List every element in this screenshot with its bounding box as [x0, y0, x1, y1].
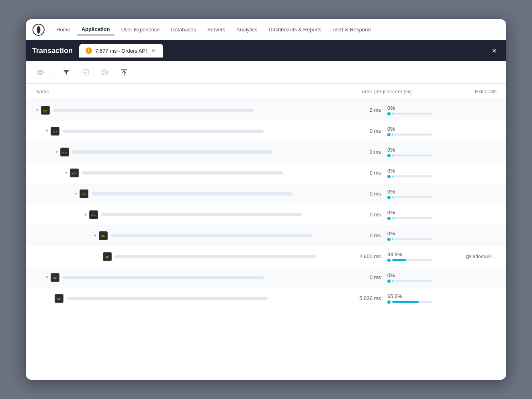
name-bar-9: [67, 297, 268, 300]
percent-bar-bg-3: [392, 175, 432, 177]
transaction-tab[interactable]: ! 7,677 ms - Orders API ×: [79, 44, 163, 58]
warning-icon: !: [86, 47, 92, 54]
percent-bar-bg-5: [392, 217, 432, 219]
percent-value-9: 65.6%: [387, 293, 440, 299]
expand-arrow-5[interactable]: ▼: [84, 212, 88, 217]
percent-dot-0: [387, 112, 391, 115]
expand-arrow-1[interactable]: ▼: [45, 129, 49, 133]
history-button[interactable]: [97, 64, 113, 80]
percent-bar-fill-2: [392, 154, 393, 156]
svg-text:<>: <>: [62, 150, 67, 154]
time-cell-4: 0 ms: [328, 191, 384, 197]
percent-bar-bg-0: [392, 113, 432, 115]
time-cell-2: 0 ms: [328, 149, 384, 155]
time-cell-9: 5,036 ms: [328, 295, 384, 301]
percent-bar-bg-7: [392, 259, 432, 261]
nav-items: Home Application User Experience Databas…: [51, 24, 376, 35]
percent-cell-8: 0%: [384, 272, 440, 283]
svg-rect-5: [121, 69, 127, 70]
name-cell-2: ▼ <>: [35, 148, 328, 156]
percent-bar-fill-5: [392, 217, 393, 219]
percent-bar-bg-4: [392, 196, 432, 198]
header-percent: Percent (%): [384, 88, 440, 95]
time-cell-0: 2 ms: [328, 107, 384, 113]
nav-home[interactable]: Home: [51, 24, 75, 35]
expand-arrow-4[interactable]: ▼: [74, 191, 78, 196]
nav-analytics[interactable]: Analytics: [232, 24, 262, 35]
table-row: <> 5,036 ms 65.6%: [26, 288, 506, 309]
percent-value-4: 0%: [387, 189, 440, 195]
percent-bar-fill-6: [392, 238, 393, 240]
svg-text:<>: <>: [101, 234, 105, 238]
header-exit: Exit Calls: [440, 88, 497, 95]
tab-bar: ! 7,677 ms - Orders API ×: [79, 44, 284, 58]
percent-value-0: 0%: [387, 105, 440, 111]
percent-dot-1: [387, 133, 391, 136]
name-bar-7: [115, 255, 316, 258]
percent-dot-9: [387, 300, 391, 304]
percent-dot-6: [387, 238, 391, 241]
percent-value-3: 0%: [387, 168, 440, 174]
percent-bar-bg-9: [392, 301, 432, 303]
panel-title: Transaction: [32, 47, 73, 55]
percent-bar-fill-7: [392, 259, 406, 261]
percent-bar-fill-8: [392, 280, 393, 282]
svg-text:<>: <>: [53, 276, 57, 280]
check-button[interactable]: [78, 64, 94, 80]
name-bar-3: [82, 171, 283, 175]
code-icon-3: <>: [70, 169, 79, 177]
code-icon-7: <>: [103, 252, 112, 261]
tab-close-button[interactable]: ×: [150, 47, 157, 54]
tab-label: 7,677 ms - Orders API: [95, 48, 147, 54]
filter-button[interactable]: [58, 64, 74, 80]
svg-rect-3: [83, 70, 88, 75]
nav-alert[interactable]: Alert & Respond: [328, 24, 376, 35]
header-name: Name: [35, 88, 328, 95]
panel-close-button[interactable]: ×: [489, 45, 500, 57]
svg-text:<>: <>: [53, 130, 57, 134]
svg-text:<>: <>: [57, 297, 61, 301]
percent-bar-bg-1: [392, 134, 432, 136]
panel-header: Transaction ! 7,677 ms - Orders API × ×: [26, 40, 506, 61]
nav-user-experience[interactable]: User Experience: [116, 24, 164, 35]
upload-button[interactable]: [116, 64, 132, 80]
percent-dot-3: [387, 175, 391, 178]
name-bar-0: [53, 109, 254, 112]
expand-arrow-6[interactable]: ▼: [93, 233, 97, 238]
svg-text:<>: <>: [91, 213, 96, 217]
table-row: ▼ <> 0 ms 0%: [26, 142, 506, 162]
nav-databases[interactable]: Databases: [166, 24, 201, 35]
name-cell-0: ▼ <>: [35, 106, 328, 115]
toolbar-divider-1: [53, 66, 53, 79]
code-icon-4: <>: [80, 189, 88, 198]
percent-cell-7: 33.9%: [384, 251, 440, 262]
table-row: ▼ <> 0 ms 0%: [26, 267, 506, 288]
expand-arrow-0[interactable]: ▼: [35, 108, 39, 112]
main-content: Name Time (ms) Percent (%) Exit Calls ▼ …: [26, 84, 506, 309]
name-bar-5: [101, 213, 302, 216]
percent-bar-bg-6: [392, 238, 432, 240]
time-cell-6: 0 ms: [328, 232, 384, 239]
name-bar-8: [63, 276, 264, 279]
table-row: ▼ <> 0 ms 0%: [26, 162, 506, 183]
percent-bar-bg-8: [392, 280, 432, 282]
name-cell-6: ▼ <>: [35, 231, 328, 240]
expand-arrow-8[interactable]: ▼: [45, 275, 49, 280]
code-icon-5: <>: [89, 210, 98, 219]
table-row: ▼ <> 0 ms 0%: [26, 121, 506, 142]
svg-text:<>: <>: [72, 171, 76, 175]
top-nav: Home Application User Experience Databas…: [26, 19, 506, 40]
code-icon-2: <>: [60, 148, 69, 156]
nav-servers[interactable]: Servers: [203, 24, 230, 35]
percent-dot-8: [387, 280, 391, 283]
window-frame: Home Application User Experience Databas…: [25, 19, 507, 380]
nav-application[interactable]: Application: [77, 24, 115, 35]
expand-arrow-3[interactable]: ▼: [64, 171, 68, 175]
exit-cell-7: @OrdersAPI...: [440, 254, 497, 259]
table-row: ▼ <> 2 ms 0%: [26, 100, 506, 121]
eye-button[interactable]: [32, 64, 48, 80]
percent-dot-5: [387, 217, 391, 220]
expand-arrow-2[interactable]: ▼: [55, 150, 59, 154]
name-bar-2: [72, 150, 273, 154]
nav-dashboards[interactable]: Dashboards & Reports: [264, 24, 327, 35]
